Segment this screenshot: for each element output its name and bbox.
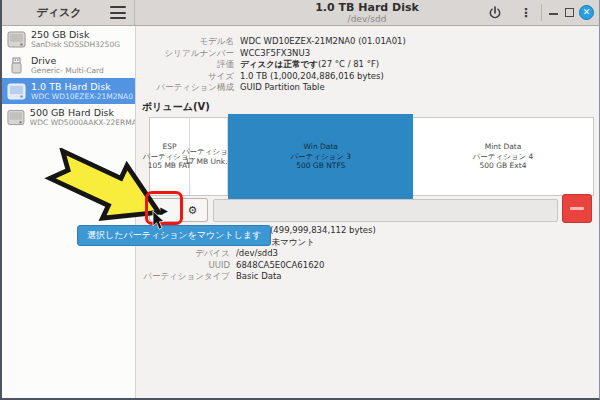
- tooltip-text: 選択したパーティションをマウントします: [87, 230, 261, 240]
- info-label: シリアルナンバー: [136, 48, 240, 60]
- info-value: /dev/sdd3: [236, 248, 278, 260]
- partition-label: 500 GB Ext4: [480, 161, 527, 171]
- info-row-model: モデル名 WDC WD10EZEX-21M2NA0 (01.01A01): [136, 36, 406, 48]
- disk-desc: SanDisk SDSSDH3250G: [31, 40, 120, 49]
- info-value-bold: ディスクは正常です: [240, 59, 318, 71]
- partition-3-win-data[interactable]: Win Data パーティション 3 500 GB NTFS: [228, 114, 413, 199]
- info-label: デバイス: [136, 248, 236, 260]
- info-value: Basic Data: [236, 271, 282, 283]
- disk-name: Drive: [31, 55, 104, 66]
- harddisk-icon: [7, 83, 26, 100]
- sidebar-item-250gb-disk[interactable]: 250 GB Disk SanDisk SDSSDH3250G: [2, 26, 135, 52]
- partition-label: ESP: [162, 142, 176, 152]
- disk-name: 250 GB Disk: [31, 29, 120, 40]
- harddisk-icon: [7, 31, 26, 48]
- minimize-button[interactable]: [549, 13, 558, 15]
- kebab-icon: ⋮: [520, 6, 532, 20]
- disk-desc: Generic- Multi-Card: [31, 66, 104, 75]
- partition-2-reserved[interactable]: パーティショ… 17 MB Unk…: [190, 118, 229, 195]
- info-row-uuid: UUID 6848CA5E0CA61620: [136, 260, 376, 272]
- sidebar-header: ディスク: [2, 0, 135, 25]
- info-label: サイズ: [136, 71, 240, 83]
- header-bar: ディスク 1.0 TB Hard Disk /dev/sdd ⋮ ✕: [2, 0, 599, 26]
- menu-kebab-button[interactable]: ⋮: [515, 4, 537, 22]
- info-value: 6848CA5E0CA61620: [236, 260, 324, 272]
- close-button[interactable]: ✕: [579, 5, 594, 20]
- info-row-assessment: 評価 ディスクは正常です (27 °C / 81 °F): [136, 59, 406, 71]
- volumes-section-label: ボリューム(V): [142, 100, 210, 114]
- gnome-disks-window: ディスク 1.0 TB Hard Disk /dev/sdd ⋮ ✕: [0, 0, 600, 400]
- mount-tooltip: 選択したパーティションをマウントします: [77, 225, 271, 246]
- mouse-cursor-icon: [152, 211, 166, 231]
- info-row-size: サイズ 1.0 TB (1,000,204,886,016 bytes): [136, 71, 406, 83]
- app-title: ディスク: [36, 5, 81, 20]
- partition-label: パーティショ…: [182, 147, 235, 157]
- info-label: パーティション構成: [136, 82, 240, 94]
- sidebar-item-1tb-hard-disk[interactable]: 1.0 TB Hard Disk WDC WD10EZEX-21M2NA0: [2, 78, 135, 104]
- partition-label: 17 MB Unk…: [185, 157, 233, 167]
- info-row-ptype: パーティションタイプ Basic Data: [136, 271, 376, 283]
- header-separator: [541, 4, 542, 21]
- disk-name: 500 GB Hard Disk: [30, 107, 135, 118]
- partition-4-mint-data[interactable]: Mint Data パーティション 4 500 GB Ext4: [413, 118, 593, 195]
- drive-subtitle: /dev/sdd: [242, 14, 492, 24]
- info-value: GUID Partition Table: [240, 82, 325, 94]
- drive-title: 1.0 TB Hard Disk: [242, 1, 492, 14]
- info-value: WCC3F5FX3NU3: [240, 48, 310, 60]
- gear-icon: ⚙: [188, 204, 198, 217]
- disk-name: 1.0 TB Hard Disk: [31, 81, 133, 92]
- info-value: (27 °C / 81 °F): [318, 59, 379, 71]
- info-value: WDC WD10EZEX-21M2NA0 (01.01A01): [240, 36, 406, 48]
- partition-label: パーティション 3: [290, 152, 351, 162]
- info-row-device: デバイス /dev/sdd3: [136, 248, 376, 260]
- partition-label: Mint Data: [485, 142, 522, 152]
- hamburger-menu-icon[interactable]: [110, 6, 126, 19]
- info-label: パーティションタイプ: [136, 271, 236, 283]
- info-label: 評価: [136, 59, 240, 71]
- close-icon: ✕: [583, 8, 591, 17]
- power-off-button[interactable]: [484, 4, 506, 22]
- harddisk-icon: [7, 109, 25, 126]
- info-value: 1.0 TB (1,000,204,886,016 bytes): [240, 71, 384, 83]
- drive-info-section: モデル名 WDC WD10EZEX-21M2NA0 (01.01A01) シリア…: [136, 36, 406, 94]
- disk-desc: WDC WD10EZEX-21M2NA0: [31, 92, 133, 101]
- delete-partition-button[interactable]: [562, 194, 592, 223]
- sidebar-item-500gb-hard-disk[interactable]: 500 GB Hard Disk WDC WD5000AAKX-22ERMA0: [2, 104, 135, 130]
- maximize-button[interactable]: [565, 8, 574, 17]
- volume-toolbar-spacer: [213, 199, 558, 222]
- partition-label: パーティション 4: [473, 152, 534, 162]
- power-icon: [488, 6, 502, 20]
- volumes-diagram: ESP パーティショ… 105 MB FAT パーティショ… 17 MB Unk…: [149, 117, 594, 196]
- usb-drive-icon: [7, 57, 26, 74]
- sidebar-item-drive[interactable]: Drive Generic- Multi-Card: [2, 52, 135, 78]
- info-row-partitioning: パーティション構成 GUID Partition Table: [136, 82, 406, 94]
- minus-icon: [570, 207, 584, 210]
- partition-label: Win Data: [304, 142, 338, 152]
- partition-label: 500 GB NTFS: [296, 161, 345, 171]
- info-label: モデル名: [136, 36, 240, 48]
- info-label: UUID: [136, 260, 236, 272]
- disk-desc: WDC WD5000AAKX-22ERMA0: [30, 118, 135, 127]
- info-row-serial: シリアルナンバー WCC3F5FX3NU3: [136, 48, 406, 60]
- window-title: 1.0 TB Hard Disk /dev/sdd: [242, 1, 492, 24]
